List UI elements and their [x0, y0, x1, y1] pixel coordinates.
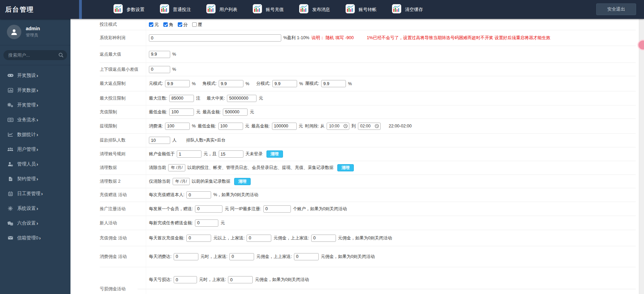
sidebar-item-4[interactable]: 数据统计› [0, 127, 70, 142]
recharge-commission-activity-input-1[interactable] [186, 235, 211, 242]
topnav-item-4[interactable]: 发布消息 [299, 4, 330, 15]
clean-account-rule-input-3[interactable] [219, 150, 243, 158]
recharge-commission-activity-input-3[interactable] [247, 235, 271, 242]
max-rebate-limit-input-5[interactable] [219, 80, 243, 87]
floating-pink-badge[interactable] [637, 39, 644, 50]
sidebar-item-3[interactable]: 业务流水› [0, 112, 70, 127]
clean-data-2-date-input[interactable]: 年 /月/ [173, 178, 190, 185]
field-text: % [299, 81, 303, 86]
consume-commission-activity-input-5[interactable] [294, 253, 319, 260]
max-bet-limit-input-1[interactable] [169, 95, 194, 102]
sidebar-item-0[interactable]: 开奖预设› [0, 68, 70, 83]
field-text: 最低金额: [198, 123, 216, 129]
topnav-item-5[interactable]: 账号转帐 [346, 4, 376, 15]
sidebar-item-label: 日工资管理 [17, 191, 41, 197]
chart-icon [392, 4, 401, 15]
sidebar-item-6[interactable]: 管理人员› [0, 157, 70, 171]
bet-mode-checkbox-2[interactable]: 分 [178, 22, 188, 28]
chart-icon [299, 4, 308, 15]
loss-commission-activity-label: 亏损佣金活动 [100, 267, 146, 294]
checked-checkbox-icon [149, 22, 153, 27]
money-icon [6, 118, 15, 122]
clean-account-rule-controls: 账户金额低于元，且天未登录清理 [146, 150, 636, 158]
dice-icon [6, 221, 15, 226]
newbie-activity-input-1[interactable] [195, 219, 218, 227]
withdraw-limit-input-1[interactable] [165, 123, 190, 130]
withdraw-limit-time-input-12[interactable]: 02:00 [358, 123, 381, 130]
recharge-limit-input-4[interactable] [223, 109, 248, 116]
consume-commission-activity-input-3[interactable] [229, 253, 254, 260]
sidebar-item-10[interactable]: 六合设置› [0, 216, 70, 230]
rebate-max-controls: % [146, 51, 636, 58]
clean-data-label: 清理数据 [100, 161, 146, 174]
bet-mode-checkbox-1[interactable]: 角 [163, 22, 173, 28]
bet-mode-checkbox-3[interactable]: 厘 [192, 22, 202, 28]
sidebar-item-5[interactable]: 用户管理› [0, 142, 70, 157]
rebate-max-input-0[interactable] [149, 51, 170, 58]
search-icon[interactable] [58, 53, 64, 59]
withdraw-limit-time-input-10[interactable]: 10:00 [327, 123, 349, 130]
scrollbar-track[interactable] [639, 19, 644, 294]
field-text: 最高金额: [203, 109, 221, 115]
warning-text: 说明： 随机 填写 -900 [312, 35, 354, 41]
chevron-right-icon: › [41, 191, 43, 196]
field-text: % [192, 81, 196, 86]
chevron-right-icon: › [39, 235, 41, 240]
promo-register-activity-input-3[interactable] [263, 205, 291, 213]
main-content: 投注模式元角分厘系统彩种利润%盈利 1-10%说明： 随机 填写 -9001%已… [70, 19, 644, 294]
max-rebate-limit-label: 最大返点限制 [100, 76, 146, 91]
system-lottery-profit-controls: %盈利 1-10%说明： 随机 填写 -9001%已经不会亏了，设置过高将导致当… [146, 34, 636, 42]
recharge-gift-activity-input-1[interactable] [186, 191, 211, 199]
sidebar-item-label: 用户管理 [17, 146, 36, 152]
system-lottery-profit-input-0[interactable] [149, 34, 281, 42]
bet-mode-checkbox-0[interactable]: 元 [149, 22, 159, 28]
loss-commission-activity-input-1[interactable] [174, 276, 197, 283]
max-rebate-limit-input-12[interactable] [321, 80, 346, 87]
topnav-item-1[interactable]: 普通投注 [160, 4, 191, 15]
clean-account-rule-input-1[interactable] [177, 150, 201, 158]
checked-checkbox-icon [178, 22, 182, 27]
max-rebate-limit-input-9[interactable] [272, 80, 297, 87]
clean-data-clean-button[interactable]: 清理 [337, 164, 354, 171]
max-bet-limit-input-5[interactable] [227, 95, 256, 102]
sidebar-item-9[interactable]: 系统设置› [0, 201, 70, 216]
topnav-item-6[interactable]: 清空缓存 [392, 4, 423, 15]
sidebar-item-7[interactable]: 契约管理› [0, 171, 70, 186]
clean-account-rule-clean-button[interactable]: 清理 [266, 150, 283, 158]
chart-icon [206, 4, 216, 15]
promo-register-activity-input-1[interactable] [195, 205, 222, 213]
avatar [7, 25, 21, 39]
loss-commission-activity-controls: 每天亏损达:元时，上家送:元佣金，如果为0则关闭活动 [146, 267, 636, 283]
recharge-commission-activity-input-5[interactable] [311, 235, 336, 242]
withdraw-limit-input-4[interactable] [218, 123, 243, 130]
form-row-recharge-limit: 充值限制最低金额:元最高金额:元 [100, 105, 636, 119]
withdraw-queue-input-0[interactable] [149, 137, 170, 144]
field-text: % [172, 67, 176, 72]
user-icon [10, 28, 18, 36]
recharge-limit-input-1[interactable] [169, 109, 194, 116]
rebate-min-diff-input-0[interactable] [149, 66, 170, 73]
sidebar-item-label: 开奖管理 [17, 102, 36, 108]
sidebar-item-2[interactable]: 开奖管理› [0, 98, 70, 112]
withdraw-limit-input-7[interactable] [272, 123, 297, 130]
clean-data-date-input[interactable]: 年 /月/ [168, 164, 185, 171]
loss-commission-activity-input-3[interactable] [228, 276, 253, 283]
field-text: 以前的采集记录数据 [192, 179, 231, 184]
logout-button[interactable]: 安全退出 [596, 3, 636, 15]
sidebar-item-1[interactable]: 开奖数据› [0, 83, 70, 98]
sidebar-item-label: 开奖数据 [17, 87, 36, 93]
topnav-item-3[interactable]: 账号充值 [253, 4, 284, 15]
max-rebate-limit-input-1[interactable] [165, 80, 190, 87]
field-text: 元时，上家送: [199, 277, 226, 283]
form-row-clean-data-2: 清理数据 2仅清除当前年 /月/以前的采集记录数据清理 [100, 175, 636, 188]
topnav-item-2[interactable]: 用户列表 [206, 4, 237, 15]
clean-data-2-label: 清理数据 2 [100, 175, 146, 188]
sidebar-item-11[interactable]: 信箱管理0› [0, 230, 70, 245]
topnav-item-0[interactable]: 参数设置 [113, 4, 144, 15]
search-input[interactable] [3, 50, 67, 60]
clean-data-2-clean-button[interactable]: 清理 [234, 178, 251, 185]
promo-register-activity-controls: 每发展一个会员，赠送:元 同一IP最多注册:个账户，如果为0则关闭活动 [146, 205, 636, 213]
sidebar-item-8[interactable]: 日工资管理› [0, 186, 70, 201]
consume-commission-activity-input-1[interactable] [174, 253, 198, 260]
field-text: 到 [351, 123, 356, 129]
